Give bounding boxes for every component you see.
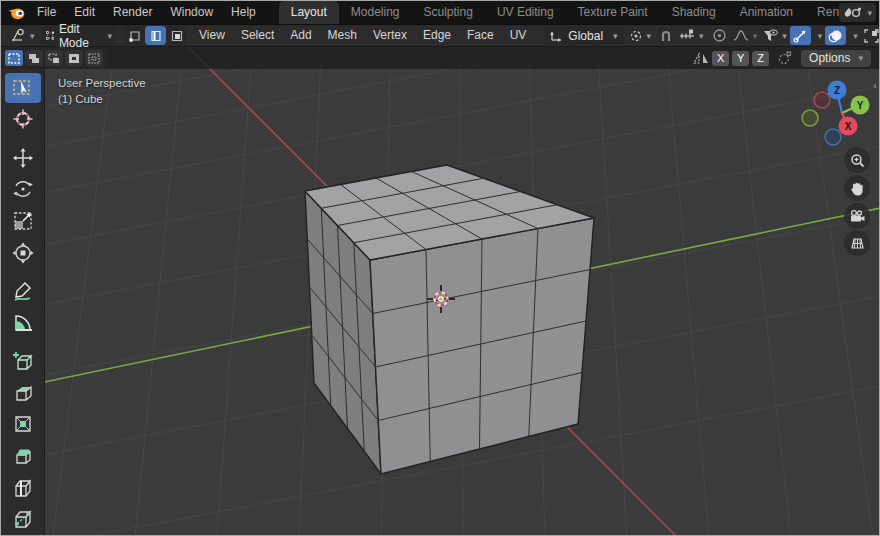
select-mode-intersect-button[interactable] bbox=[85, 50, 103, 66]
select-mode-subtract-button[interactable] bbox=[45, 50, 63, 66]
snap-symmetry-icon[interactable] bbox=[777, 51, 792, 65]
ortho-perspective-toggle[interactable] bbox=[844, 230, 870, 256]
transform-orientation-dropdown[interactable]: Global ▾ bbox=[544, 26, 622, 45]
chevron-down-icon: ▾ bbox=[613, 31, 618, 41]
active-object-label: (1) Cube bbox=[58, 93, 103, 105]
xray-toggle[interactable]: ▾ bbox=[861, 26, 880, 45]
mode-dropdown[interactable]: Edit Mode ▾ bbox=[41, 26, 118, 45]
proportional-editing-toggle[interactable] bbox=[709, 26, 730, 45]
options-dropdown[interactable]: Options ▾ bbox=[801, 50, 871, 67]
tool-bevel[interactable] bbox=[5, 441, 41, 471]
tool-loop-cut[interactable] bbox=[5, 473, 41, 503]
select-mode-extend-button[interactable] bbox=[25, 50, 43, 66]
zoom-button[interactable] bbox=[844, 147, 870, 173]
chevron-down-icon: ▾ bbox=[699, 31, 704, 41]
chevron-down-icon: ▾ bbox=[858, 53, 863, 63]
gizmo-neg-x[interactable] bbox=[814, 92, 830, 108]
toolbar bbox=[1, 69, 45, 535]
navigation-gizmo[interactable]: Z Y X bbox=[796, 73, 880, 157]
tab-animation[interactable]: Animation bbox=[728, 1, 805, 24]
face-select-button[interactable] bbox=[166, 26, 187, 45]
tool-measure[interactable] bbox=[5, 308, 41, 338]
menu-face[interactable]: Face bbox=[459, 24, 502, 47]
menu-edge[interactable]: Edge bbox=[415, 24, 459, 47]
tool-box-select[interactable] bbox=[5, 73, 41, 103]
tool-inset-faces[interactable] bbox=[5, 410, 41, 440]
tool-annotate[interactable] bbox=[5, 276, 41, 306]
orientation-global-icon bbox=[549, 29, 563, 42]
scene-selector-button[interactable]: ▾ bbox=[839, 3, 876, 22]
chevron-down-icon: ▾ bbox=[753, 31, 758, 41]
tool-transform[interactable] bbox=[5, 238, 41, 268]
chevron-down-icon: ▾ bbox=[818, 31, 823, 41]
grid-dome-icon bbox=[850, 237, 865, 250]
mirror-y-button[interactable]: Y bbox=[732, 51, 749, 66]
vertex-select-button[interactable] bbox=[124, 26, 145, 45]
mode-label: Edit Mode bbox=[59, 22, 94, 50]
overlays-icon bbox=[828, 29, 843, 43]
menu-help[interactable]: Help bbox=[222, 1, 265, 24]
snap-toggle-button[interactable] bbox=[656, 26, 676, 45]
blender-logo-icon[interactable] bbox=[8, 5, 26, 21]
menu-mesh[interactable]: Mesh bbox=[320, 24, 365, 47]
tool-cursor[interactable] bbox=[5, 105, 41, 135]
select-tool-modes bbox=[1, 47, 108, 69]
proportional-edit-group: ▾ bbox=[709, 26, 761, 45]
select-mode-set-button[interactable] bbox=[5, 50, 23, 66]
gizmo-x-label: X bbox=[845, 121, 852, 132]
chevron-down-icon: ▾ bbox=[867, 8, 872, 18]
snap-group: ▾ bbox=[656, 26, 707, 45]
gizmo-dropdown[interactable]: ▾ bbox=[811, 26, 826, 45]
gizmo-neg-z[interactable] bbox=[825, 129, 841, 145]
menu-view[interactable]: View bbox=[191, 24, 233, 47]
select-mode-invert-button[interactable] bbox=[65, 50, 83, 66]
proportional-falloff-dropdown[interactable]: ▾ bbox=[730, 26, 761, 45]
tool-settings-bar: X Y Z Options ▾ bbox=[1, 47, 879, 69]
select-mode-group bbox=[124, 26, 187, 45]
menu-select[interactable]: Select bbox=[233, 24, 282, 47]
tool-rotate[interactable] bbox=[5, 175, 41, 205]
topbar: File Edit Render Window Help Layout Mode… bbox=[1, 1, 879, 24]
show-gizmo-toggle[interactable] bbox=[790, 26, 811, 45]
tool-knife[interactable] bbox=[5, 504, 41, 534]
menu-vertex[interactable]: Vertex bbox=[365, 24, 415, 47]
pan-button[interactable] bbox=[844, 175, 870, 201]
tab-layout[interactable]: Layout bbox=[279, 1, 339, 24]
tab-uv-editing[interactable]: UV Editing bbox=[485, 1, 566, 24]
gizmo-y-label: Y bbox=[857, 100, 864, 111]
gizmo-neg-y[interactable] bbox=[802, 110, 818, 126]
mirror-z-button[interactable]: Z bbox=[752, 51, 769, 66]
tool-settings-right: X Y Z Options ▾ bbox=[693, 50, 871, 67]
viewport-header: ▾ Edit Mode ▾ View Selec bbox=[1, 24, 879, 47]
tool-move[interactable] bbox=[5, 143, 41, 173]
tool-extrude-region[interactable] bbox=[5, 378, 41, 408]
magnet-icon bbox=[659, 29, 673, 43]
hand-icon bbox=[850, 181, 864, 196]
menu-window[interactable]: Window bbox=[161, 1, 222, 24]
menu-add[interactable]: Add bbox=[282, 24, 319, 47]
tab-texture-paint[interactable]: Texture Paint bbox=[566, 1, 660, 24]
tab-modeling[interactable]: Modeling bbox=[339, 1, 412, 24]
falloff-curve-icon bbox=[733, 29, 749, 42]
menu-uv[interactable]: UV bbox=[502, 24, 535, 47]
overlays-dropdown[interactable]: ▾ bbox=[846, 26, 861, 45]
xray-icon bbox=[864, 29, 879, 43]
tab-shading[interactable]: Shading bbox=[660, 1, 728, 24]
show-overlays-toggle[interactable] bbox=[825, 26, 846, 45]
chevron-down-icon: ▾ bbox=[30, 31, 35, 41]
options-label: Options bbox=[809, 51, 850, 65]
pivot-point-dropdown[interactable]: ▾ bbox=[626, 26, 655, 45]
tool-add-cube[interactable] bbox=[5, 346, 41, 376]
edge-select-button[interactable] bbox=[145, 26, 166, 45]
tool-scale[interactable] bbox=[5, 206, 41, 236]
tab-sculpting[interactable]: Sculpting bbox=[412, 1, 485, 24]
menu-render[interactable]: Render bbox=[104, 1, 161, 24]
visibility-filter-dropdown[interactable]: ▾ bbox=[760, 26, 790, 45]
mirror-x-button[interactable]: X bbox=[712, 51, 729, 66]
pivot-point-icon bbox=[629, 29, 643, 43]
editor-type-button[interactable]: ▾ bbox=[6, 26, 38, 45]
camera-view-button[interactable] bbox=[844, 203, 870, 229]
orientation-label: Global bbox=[568, 29, 603, 43]
blender-window: User Perspective (1) Cube ‹ File Edit Re… bbox=[0, 0, 880, 536]
snap-settings-dropdown[interactable]: ▾ bbox=[676, 26, 707, 45]
